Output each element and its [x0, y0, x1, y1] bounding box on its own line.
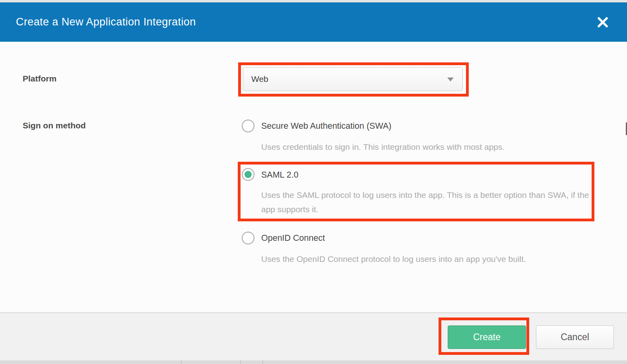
option-desc-openid-connect: Uses the OpenID Connect protocol to log …	[261, 252, 526, 266]
chevron-down-icon	[447, 77, 454, 81]
bottom-divider	[262, 360, 263, 364]
page-bottom-edge	[0, 360, 627, 364]
platform-label: Platform	[23, 74, 56, 83]
cancel-button[interactable]: Cancel	[536, 325, 614, 349]
option-label-swa[interactable]: Secure Web Authentication (SWA)	[261, 121, 391, 131]
platform-select-value: Web	[251, 74, 268, 84]
radio-selected-dot	[245, 171, 252, 178]
option-desc-saml: Uses the SAML protocol to log users into…	[261, 188, 591, 217]
option-label-saml[interactable]: SAML 2.0	[261, 170, 299, 180]
close-icon[interactable]	[596, 15, 610, 29]
create-button[interactable]: Create	[448, 325, 526, 349]
platform-select[interactable]: Web	[243, 67, 463, 91]
option-desc-swa: Uses credentials to sign in. This integr…	[261, 140, 505, 154]
radio-saml[interactable]	[242, 168, 254, 181]
modal-footer	[0, 312, 627, 360]
modal-header: Create a New Application Integration	[0, 2, 627, 42]
bottom-divider	[181, 360, 182, 364]
create-application-modal: Create a New Application Integration Pla…	[0, 0, 627, 364]
radio-swa[interactable]	[242, 120, 254, 132]
radio-openid-connect[interactable]	[242, 232, 254, 244]
modal-title: Create a New Application Integration	[16, 16, 196, 28]
sign-on-method-label: Sign on method	[23, 121, 86, 130]
bottom-divider	[240, 360, 241, 364]
option-label-openid-connect[interactable]: OpenID Connect	[261, 233, 325, 243]
